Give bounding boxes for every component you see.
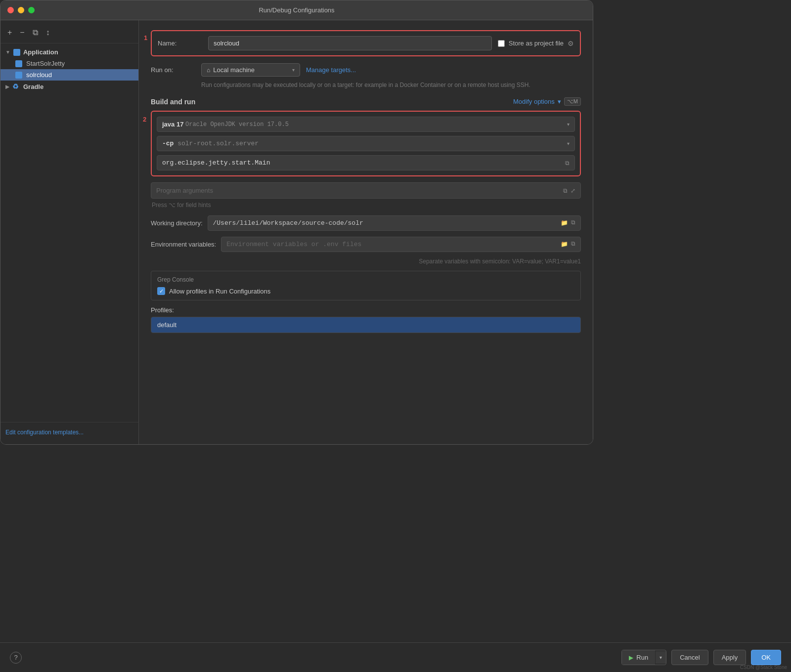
prog-args-placeholder: Program arguments <box>156 187 213 194</box>
sidebar-item-solrcloud[interactable]: solrcloud <box>0 69 138 81</box>
section-number-2: 2 <box>143 116 146 123</box>
minimize-button[interactable] <box>18 7 24 13</box>
name-input[interactable] <box>208 36 492 50</box>
sidebar-section-application[interactable]: ▼ Application <box>0 46 138 58</box>
copy-config-button[interactable]: ⧉ <box>31 27 40 38</box>
sidebar-item-startsolrjetty[interactable]: StartSolrJetty <box>0 58 138 69</box>
sort-config-button[interactable]: ↕ <box>44 27 52 38</box>
allow-profiles-label: Allow profiles in Run Configurations <box>169 288 270 295</box>
name-section: Name: Store as project file ⚙ <box>151 30 581 56</box>
modify-options-label: Modify options <box>513 98 555 105</box>
store-section: Store as project file ⚙ <box>498 40 574 47</box>
cp-chevron-icon: ▾ <box>567 141 570 146</box>
working-dir-copy-icon[interactable]: ⧉ <box>571 219 575 227</box>
java-label: java 17 <box>162 121 185 128</box>
field-hint-text: Press ⌥ for field hints <box>152 202 581 209</box>
prog-args-copy-icon[interactable]: ⧉ <box>563 187 568 194</box>
grep-console-section: Grep Console ✓ Allow profiles in Run Con… <box>151 271 581 300</box>
main-layout: + − ⧉ ↕ ▼ Application StartSolrJetty sol… <box>0 20 593 445</box>
sidebar-footer: Edit configuration templates... <box>0 422 138 441</box>
run-on-value: Local machine <box>213 66 255 74</box>
sidebar: + − ⧉ ↕ ▼ Application StartSolrJetty sol… <box>0 20 139 445</box>
run-on-row: Run on: ⌂ Local machine ▾ Manage targets… <box>151 63 581 77</box>
window-title: Run/Debug Configurations <box>259 6 334 14</box>
solrcloud-label: solrcloud <box>26 71 52 79</box>
env-hint-text: Separate variables with semicolon: VAR=v… <box>151 258 581 265</box>
env-vars-placeholder: Environment variables or .env files <box>226 241 361 248</box>
sidebar-toolbar: + − ⧉ ↕ <box>0 24 138 43</box>
section-arrow-icon: ▼ <box>5 49 10 55</box>
env-vars-folder-icon[interactable]: 📁 <box>561 241 568 248</box>
add-config-button[interactable]: + <box>5 27 14 38</box>
application-section-icon <box>13 49 20 56</box>
maximize-button[interactable] <box>28 7 35 13</box>
gradle-arrow-icon: ▶ <box>5 84 9 89</box>
manage-targets-link[interactable]: Manage targets... <box>306 66 356 74</box>
run-on-dropdown[interactable]: ⌂ Local machine ▾ <box>201 63 300 77</box>
env-vars-label: Environment variables: <box>151 241 216 248</box>
working-dir-label: Working directory: <box>151 219 203 227</box>
store-label: Store as project file <box>509 40 564 47</box>
edit-templates-link[interactable]: Edit configuration templates... <box>5 429 84 436</box>
build-run-title: Build and run <box>151 98 195 106</box>
allow-profiles-checkbox[interactable]: ✓ <box>157 287 165 295</box>
content-area: 1 Name: Store as project file ⚙ Run on: … <box>139 20 593 445</box>
env-vars-row: Environment variables: Environment varia… <box>151 237 581 252</box>
section-number-1: 1 <box>144 34 147 42</box>
store-gear-icon[interactable]: ⚙ <box>568 40 574 47</box>
working-dir-folder-icon[interactable]: 📁 <box>561 219 568 227</box>
cp-label: -cp <box>162 140 177 147</box>
titlebar: Run/Debug Configurations <box>0 0 593 20</box>
main-class-field[interactable]: org.eclipse.jetty.start.Main ⧉ <box>157 155 575 170</box>
profiles-label: Profiles: <box>151 306 581 314</box>
program-arguments-field[interactable]: Program arguments ⧉ ⤢ <box>151 182 581 199</box>
profiles-list: default <box>151 317 581 333</box>
prog-args-expand-icon[interactable]: ⤢ <box>571 187 575 194</box>
remove-config-button[interactable]: − <box>18 27 26 38</box>
java-chevron-icon: ▾ <box>567 122 570 127</box>
grep-title: Grep Console <box>157 276 574 283</box>
working-dir-row: Working directory: /Users/lilei/Workspac… <box>151 215 581 231</box>
copy-icon[interactable]: ⧉ <box>565 160 570 167</box>
gradle-section-label: Gradle <box>23 83 44 90</box>
store-checkbox[interactable] <box>498 40 505 47</box>
application-section-label: Application <box>23 48 58 56</box>
run-on-chevron-icon: ▾ <box>292 67 295 73</box>
prog-args-icons: ⧉ ⤢ <box>563 187 575 194</box>
cp-detail: solr-root.solr.server <box>177 140 259 147</box>
modify-options-button[interactable]: Modify options ▾ ⌥M <box>513 97 581 106</box>
name-label: Name: <box>158 40 202 47</box>
allow-profiles-row: ✓ Allow profiles in Run Configurations <box>157 287 574 295</box>
run-on-label: Run on: <box>151 66 195 74</box>
build-section: java 17 Oracle OpenJDK version 17.0.5 ▾ … <box>151 111 581 176</box>
modify-options-kbd: ⌥M <box>564 97 581 106</box>
startsolrjetty-icon <box>15 60 22 67</box>
working-dir-field[interactable]: /Users/lilei/Workspace/source-code/solr … <box>208 215 581 231</box>
startsolrjetty-label: StartSolrJetty <box>26 60 65 67</box>
home-icon: ⌂ <box>207 67 210 74</box>
build-run-header: Build and run Modify options ▾ ⌥M <box>151 97 581 106</box>
gradle-section-icon: ♻ <box>12 83 20 90</box>
cp-dropdown[interactable]: -cp solr-root.solr.server ▾ <box>157 136 575 151</box>
java-detail: Oracle OpenJDK version 17.0.5 <box>185 121 289 128</box>
close-button[interactable] <box>7 7 14 13</box>
profile-item-default[interactable]: default <box>151 317 580 333</box>
env-vars-copy-icon[interactable]: ⧉ <box>571 241 575 248</box>
chevron-down-icon: ▾ <box>558 98 561 105</box>
env-vars-icons: 📁 ⧉ <box>561 241 575 248</box>
run-hint-text: Run configurations may be executed local… <box>201 81 581 89</box>
working-dir-icons: 📁 ⧉ <box>561 219 575 227</box>
env-vars-field[interactable]: Environment variables or .env files 📁 ⧉ <box>221 237 581 252</box>
sidebar-section-gradle[interactable]: ▶ ♻ Gradle <box>0 81 138 92</box>
window-controls <box>7 7 35 13</box>
main-class-value: org.eclipse.jetty.start.Main <box>162 159 270 167</box>
solrcloud-icon <box>15 72 22 79</box>
working-dir-value: /Users/lilei/Workspace/source-code/solr <box>213 219 363 227</box>
java-dropdown[interactable]: java 17 Oracle OpenJDK version 17.0.5 ▾ <box>157 117 575 132</box>
